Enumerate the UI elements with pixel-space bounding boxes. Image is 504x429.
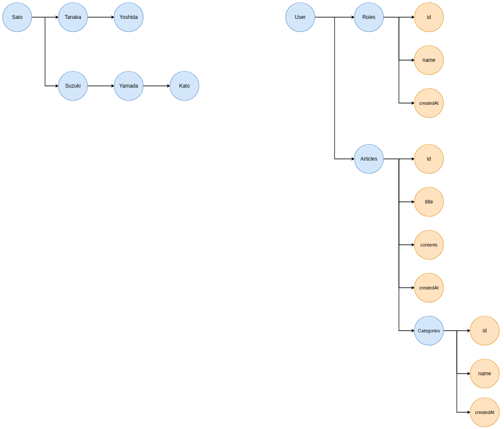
node-label: Tanaka <box>65 14 81 20</box>
node-label: Yoshida <box>120 14 138 20</box>
node-label: createdAt <box>475 410 495 415</box>
node-label: id <box>483 328 486 334</box>
node-label: Yamada <box>119 83 138 89</box>
node-articles-title: title <box>414 187 444 216</box>
edge-articles-articles-createdAt <box>399 159 414 288</box>
node-label: Kato <box>179 83 190 89</box>
edge-categories-cat-name <box>457 331 470 374</box>
node-articles: Articles <box>354 144 383 173</box>
node-cat-name: name <box>470 359 499 388</box>
node-label: Roles <box>362 14 376 20</box>
edge-sato-suzuki <box>45 17 58 86</box>
node-kato: Kato <box>170 71 199 100</box>
node-roles-name: name <box>414 46 444 75</box>
node-articles-id: id <box>414 144 444 173</box>
node-label: id <box>427 14 431 20</box>
nodes-layer: SatoTanakaYoshidaSuzukiYamadaKatoUserRol… <box>3 3 499 427</box>
node-suzuki: Suzuki <box>58 71 88 100</box>
node-label: name <box>423 57 435 63</box>
edges-layer <box>32 17 470 412</box>
edge-roles-roles-name <box>399 17 414 60</box>
edge-categories-cat-createdAt <box>457 331 470 412</box>
edge-articles-articles-title <box>399 159 414 202</box>
node-label: createdAt <box>419 100 439 106</box>
node-label: Categories <box>418 328 440 333</box>
node-label: createdAt <box>419 285 439 290</box>
node-user: User <box>286 3 315 32</box>
node-articles-createdAt: createdAt <box>414 273 444 302</box>
node-articles-contents: contents <box>414 230 444 259</box>
node-sato: Sato <box>3 3 32 32</box>
node-label: title <box>425 199 433 205</box>
node-label: Sato <box>12 14 23 20</box>
node-label: Articles <box>360 156 377 162</box>
node-label: name <box>478 371 491 377</box>
diagram-canvas: SatoTanakaYoshidaSuzukiYamadaKatoUserRol… <box>0 0 504 429</box>
node-cat-createdAt: createdAt <box>470 398 499 427</box>
node-label: User <box>295 14 305 20</box>
node-tanaka: Tanaka <box>58 3 88 32</box>
node-categories: Categories <box>414 316 444 345</box>
node-roles: Roles <box>354 3 383 32</box>
edge-user-articles <box>335 17 354 159</box>
node-label: Suzuki <box>65 83 81 89</box>
node-yoshida: Yoshida <box>114 3 143 32</box>
node-cat-id: id <box>470 316 499 345</box>
node-label: id <box>427 156 431 162</box>
node-roles-createdAt: createdAt <box>414 88 444 118</box>
node-yamada: Yamada <box>114 71 143 100</box>
node-label: contents <box>420 242 438 247</box>
node-roles-id: id <box>414 3 444 32</box>
